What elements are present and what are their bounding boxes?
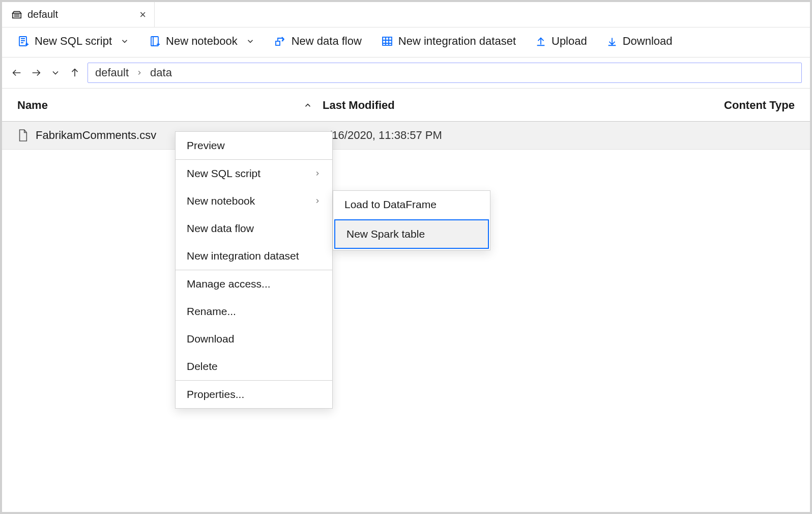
menu-item-new-data-flow[interactable]: New data flow [176,215,332,242]
toolbar-label: Download [623,35,673,48]
tab-bar: default × [2,2,810,27]
table-row[interactable]: FabrikamComments.csv 1/16/2020, 11:38:57… [2,122,810,150]
breadcrumb[interactable]: default data [88,63,802,83]
nav-row: default data [2,58,810,89]
svg-rect-3 [383,37,392,45]
chevron-right-icon [314,197,321,205]
toolbar-label: Upload [552,35,587,48]
tab-title: default [27,9,58,20]
notebook-icon [149,35,161,47]
chevron-right-icon [314,170,321,177]
download-icon [606,36,618,47]
menu-item-preview[interactable]: Preview [176,132,332,159]
toolbar-label: New integration dataset [398,35,516,48]
menu-item-properties[interactable]: Properties... [176,381,332,408]
menu-item-new-notebook[interactable]: New notebook [176,187,332,215]
sort-ascending-icon [303,101,312,110]
chevron-right-icon [136,69,143,76]
menu-item-new-sql-script[interactable]: New SQL script [176,160,332,187]
new-integration-dataset-button[interactable]: New integration dataset [381,35,516,48]
chevron-down-icon [120,37,129,46]
file-icon [17,129,28,142]
breadcrumb-folder[interactable]: data [150,66,172,79]
table-header: Name Last Modified Content Type [2,89,810,122]
upload-button[interactable]: Upload [535,35,587,48]
svg-rect-2 [276,41,280,45]
column-header-content-type[interactable]: Content Type [703,99,795,112]
nav-dropdown-button[interactable] [49,66,62,79]
nav-up-button[interactable] [68,66,81,79]
toolbar-label: New data flow [292,35,362,48]
submenu-item-new-spark-table[interactable]: New Spark table [334,219,489,249]
breadcrumb-root[interactable]: default [95,66,129,79]
download-button[interactable]: Download [606,35,673,48]
toolbar-label: New SQL script [35,35,112,48]
file-last-modified: 1/16/2020, 11:38:57 PM [323,129,703,142]
upload-icon [535,36,546,47]
menu-item-download[interactable]: Download [176,325,332,353]
menu-item-new-integration-dataset[interactable]: New integration dataset [176,242,332,270]
new-notebook-button[interactable]: New notebook [149,35,255,48]
menu-item-delete[interactable]: Delete [176,353,332,380]
sql-script-icon [17,35,30,47]
nav-forward-button[interactable] [30,66,43,79]
menu-item-manage-access[interactable]: Manage access... [176,270,332,298]
svg-rect-0 [19,37,26,46]
dataset-icon [381,35,393,47]
new-sql-script-button[interactable]: New SQL script [17,35,129,48]
chevron-down-icon [246,37,255,46]
file-name: FabrikamComments.csv [36,129,156,142]
submenu-new-notebook: Load to DataFrame New Spark table [333,190,490,250]
column-header-name[interactable]: Name [17,99,323,112]
toolbar-label: New notebook [166,35,238,48]
close-icon[interactable]: × [139,8,146,21]
context-menu: Preview New SQL script New notebook New … [175,131,333,409]
submenu-item-load-to-dataframe[interactable]: Load to DataFrame [333,191,490,218]
new-data-flow-button[interactable]: New data flow [274,35,362,48]
tab-default[interactable]: default × [2,2,155,27]
column-header-last-modified[interactable]: Last Modified [323,99,703,112]
menu-item-rename[interactable]: Rename... [176,298,332,325]
storage-icon [11,9,22,20]
nav-back-button[interactable] [10,66,23,79]
data-flow-icon [274,35,286,47]
toolbar: New SQL script New notebook New data flo… [2,27,810,58]
